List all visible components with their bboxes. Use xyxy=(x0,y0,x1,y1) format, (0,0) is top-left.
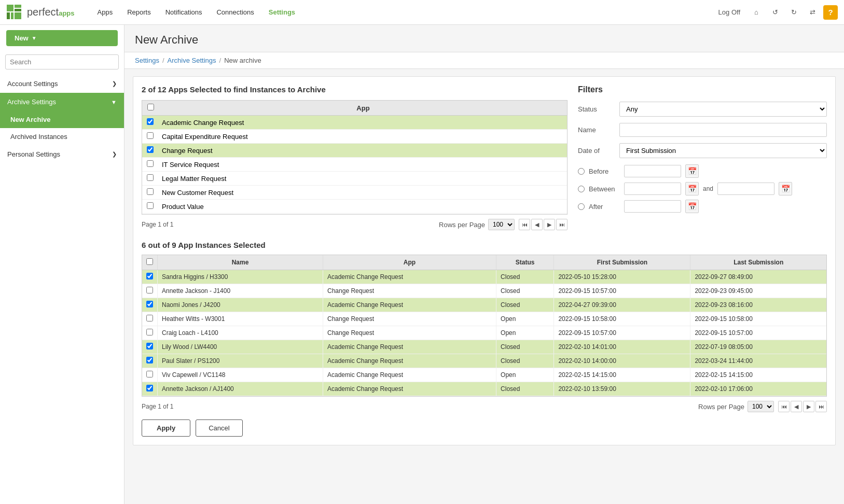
breadcrumb-archive-settings[interactable]: Archive Settings xyxy=(168,57,216,64)
sidebar-item-new-archive[interactable]: New Archive xyxy=(0,111,124,128)
sidebar-item-personal-settings[interactable]: Personal Settings ❯ xyxy=(0,145,124,163)
instance-table-row[interactable]: Lily Wood / LW4400 Academic Change Reque… xyxy=(142,340,826,354)
app-checkbox-0[interactable] xyxy=(147,118,154,125)
apps-rows-select[interactable]: 100 50 25 xyxy=(488,219,515,230)
nav-reports[interactable]: Reports xyxy=(120,0,158,25)
app-table-row[interactable]: Change Request xyxy=(142,144,567,158)
instances-section: 6 out of 9 App Instances Selected Name A… xyxy=(142,241,827,412)
instance-checkbox-1[interactable] xyxy=(146,287,153,293)
after-radio[interactable] xyxy=(578,203,585,210)
app-name-cell-1: Capital Expenditure Request xyxy=(158,130,567,144)
app-table-row[interactable]: Academic Change Request xyxy=(142,116,567,130)
select-all-apps-checkbox[interactable] xyxy=(147,104,154,110)
between-end-input[interactable] xyxy=(717,183,774,195)
app-checkbox-2[interactable] xyxy=(147,146,154,153)
instance-checkbox-8[interactable] xyxy=(146,385,153,391)
sync-icon[interactable]: ⇄ xyxy=(805,5,820,20)
before-radio[interactable] xyxy=(578,168,585,175)
app-table-row[interactable]: Legal Matter Request xyxy=(142,172,567,186)
account-settings-chevron: ❯ xyxy=(112,80,117,87)
app-checkbox-3[interactable] xyxy=(147,160,154,167)
between-start-input[interactable] xyxy=(624,183,681,195)
instance-status-0: Closed xyxy=(496,270,554,284)
app-checkbox-5[interactable] xyxy=(147,188,154,195)
status-filter-row: Status Any Open Closed xyxy=(578,102,827,117)
nav-notifications[interactable]: Notifications xyxy=(158,0,210,25)
apps-next-page-btn[interactable]: ▶ xyxy=(544,219,555,230)
app-table-row[interactable]: IT Service Request xyxy=(142,158,567,172)
between-radio[interactable] xyxy=(578,186,585,192)
app-table-row[interactable]: New Customer Request xyxy=(142,186,567,200)
apps-last-page-btn[interactable]: ⏭ xyxy=(556,219,568,230)
dateof-filter-row: Date of First Submission Last Submission xyxy=(578,143,827,158)
instance-table-row[interactable]: Craig Loach - L4100 Change Request Open … xyxy=(142,326,826,340)
nav-apps[interactable]: Apps xyxy=(90,0,120,25)
instances-rows-select[interactable]: 100 50 25 xyxy=(748,401,774,412)
instance-checkbox-5[interactable] xyxy=(146,343,153,349)
app-table-row[interactable]: Professional Development Request xyxy=(142,214,567,215)
instances-prev-page-btn[interactable]: ◀ xyxy=(791,401,802,412)
instance-checkbox-6[interactable] xyxy=(146,357,153,363)
sidebar-item-archive-settings[interactable]: Archive Settings ▼ xyxy=(0,93,124,111)
instance-app-8: Academic Change Request xyxy=(323,382,496,396)
app-checkbox-1[interactable] xyxy=(147,132,154,139)
apply-button[interactable]: Apply xyxy=(142,419,190,437)
reload-icon[interactable]: ↻ xyxy=(786,5,801,20)
nav-connections[interactable]: Connections xyxy=(209,0,261,25)
app-checkbox-4[interactable] xyxy=(147,174,154,181)
select-all-instances-checkbox[interactable] xyxy=(146,258,153,265)
breadcrumb-settings[interactable]: Settings xyxy=(135,57,159,64)
instance-checkbox-0[interactable] xyxy=(146,273,153,279)
instances-last-page-btn[interactable]: ⏭ xyxy=(815,401,827,412)
apps-prev-page-btn[interactable]: ◀ xyxy=(531,219,543,230)
apps-panel-title: 2 of 12 Apps Selected to find Instances … xyxy=(142,85,568,94)
cancel-button[interactable]: Cancel xyxy=(196,419,242,437)
apps-data-table: Academic Change Request Capital Expendit… xyxy=(142,116,567,214)
app-checkbox-6[interactable] xyxy=(147,202,154,209)
between-end-calendar-icon[interactable]: 📅 xyxy=(779,182,792,195)
instance-table-row[interactable]: Naomi Jones / J4200 Academic Change Requ… xyxy=(142,298,826,312)
apps-pag-btns: ⏮ ◀ ▶ ⏭ xyxy=(519,219,568,230)
between-start-calendar-icon[interactable]: 📅 xyxy=(685,182,699,195)
instances-page-info: Page 1 of 1 xyxy=(142,403,173,410)
instance-checkbox-3[interactable] xyxy=(146,315,153,321)
svg-rect-1 xyxy=(15,5,21,8)
instance-table-row[interactable]: Annette Jackson - J1400 Change Request C… xyxy=(142,284,826,298)
apps-first-page-btn[interactable]: ⏮ xyxy=(519,219,530,230)
instance-table-row[interactable]: Heather Witts - W3001 Change Request Ope… xyxy=(142,312,826,326)
apps-scroll-area[interactable]: Academic Change Request Capital Expendit… xyxy=(142,116,567,214)
instances-first-page-btn[interactable]: ⏮ xyxy=(778,401,790,412)
after-calendar-icon[interactable]: 📅 xyxy=(685,200,699,213)
before-calendar-icon[interactable]: 📅 xyxy=(685,164,699,178)
instance-app-1: Change Request xyxy=(323,284,496,298)
instance-lastsub-0: 2022-09-27 08:49:00 xyxy=(690,270,826,284)
instance-checkbox-7[interactable] xyxy=(146,371,153,377)
refresh-icon[interactable]: ↺ xyxy=(767,5,783,20)
instance-table-row[interactable]: Sandra Higgins / H3300 Academic Change R… xyxy=(142,270,826,284)
sidebar-item-archived-instances[interactable]: Archived Instances xyxy=(0,128,124,145)
name-input[interactable] xyxy=(619,123,827,137)
status-select[interactable]: Any Open Closed xyxy=(619,102,827,117)
log-off-link[interactable]: Log Off xyxy=(718,8,740,16)
instance-table-row[interactable]: Paul Slater / PS1200 Academic Change Req… xyxy=(142,354,826,368)
new-button[interactable]: New ▼ xyxy=(6,30,118,46)
instance-checkbox-2[interactable] xyxy=(146,301,153,307)
instance-name-3: Heather Witts - W3001 xyxy=(158,312,323,326)
instance-table-row[interactable]: Annette Jackson / AJ1400 Academic Change… xyxy=(142,382,826,396)
help-button[interactable]: ? xyxy=(823,5,838,20)
instance-checkbox-4[interactable] xyxy=(146,329,153,335)
after-date-input[interactable] xyxy=(624,200,681,213)
home-icon[interactable]: ⌂ xyxy=(749,5,764,20)
apps-rows-per-page: Rows per Page 100 50 25 xyxy=(439,219,515,230)
app-name-cell-2: Change Request xyxy=(158,144,567,158)
instance-table-row[interactable]: Viv Capewell / VC1148 Academic Change Re… xyxy=(142,368,826,382)
instance-firstsub-4: 2022-09-15 10:57:00 xyxy=(554,326,690,340)
sidebar-item-account-settings[interactable]: Account Settings ❯ xyxy=(0,75,124,93)
before-date-input[interactable] xyxy=(624,165,681,177)
nav-settings[interactable]: Settings xyxy=(261,0,302,25)
app-table-row[interactable]: Product Value xyxy=(142,200,567,214)
dateof-select[interactable]: First Submission Last Submission xyxy=(619,143,827,158)
instances-next-page-btn[interactable]: ▶ xyxy=(803,401,814,412)
search-input[interactable] xyxy=(5,54,119,69)
app-table-row[interactable]: Capital Expenditure Request xyxy=(142,130,567,144)
